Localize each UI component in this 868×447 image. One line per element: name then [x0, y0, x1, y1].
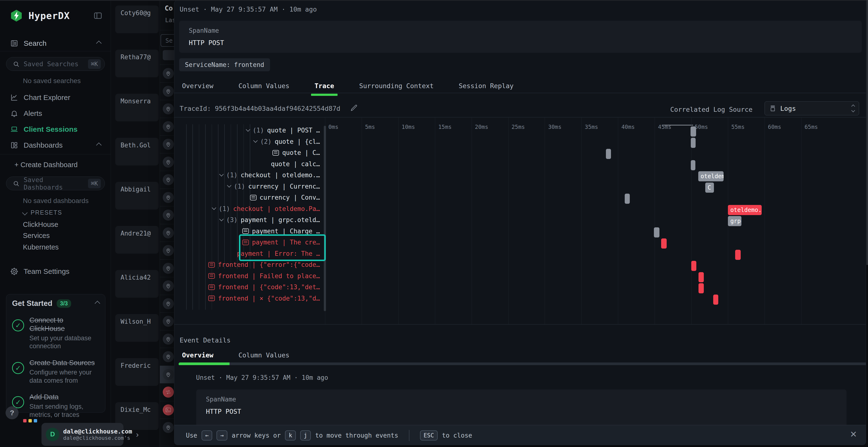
location-event-row[interactable]	[160, 153, 174, 171]
session-card[interactable]: Alicia42	[115, 270, 159, 298]
span-tree-row[interactable]: (3)payment | grpc.oteld…	[174, 214, 324, 226]
chevron-down-icon[interactable]	[219, 217, 224, 221]
span-tree-row[interactable]: quote | calc…	[174, 159, 324, 170]
span-tree-row[interactable]: (1)checkout | oteldemo.Pa…	[174, 203, 324, 215]
page-scrollbar[interactable]	[867, 0, 868, 265]
span-tree-row[interactable]: currency | Conv…	[174, 192, 324, 203]
sidebar-item-search[interactable]: Search	[0, 36, 111, 50]
sidebar-item-alerts[interactable]: Alerts	[0, 106, 111, 121]
preset-kubernetes[interactable]: Kubernetes	[23, 243, 59, 251]
span-tree-row[interactable]: frontend | × {"code":13,"d…	[174, 293, 324, 304]
chevron-down-icon[interactable]	[219, 172, 224, 176]
create-dashboard-button[interactable]: + Create Dashboard	[14, 161, 78, 169]
presets-header[interactable]: PRESETS	[23, 209, 62, 216]
location-event-row[interactable]	[160, 65, 174, 82]
span-tree-row[interactable]: frontend | {"code":13,"det…	[174, 281, 324, 293]
location-event-row[interactable]	[160, 206, 174, 224]
session-card[interactable]: Abbigail	[115, 182, 159, 209]
edit-pencil-icon[interactable]	[350, 104, 358, 113]
selected-events-highlight	[239, 234, 326, 261]
sidebar-item-chart-explorer[interactable]: Chart Explorer	[0, 91, 111, 105]
location-event-row[interactable]	[160, 295, 174, 313]
span-bar[interactable]	[691, 160, 695, 170]
user-account-chip[interactable]: D dale@clickhouse.com dale@clickhouse.co…	[41, 423, 123, 446]
span-tree-row[interactable]: (2)quote | {cl…	[174, 136, 324, 147]
location-event-row[interactable]	[160, 224, 174, 242]
session-card[interactable]: Monserra	[115, 94, 159, 122]
span-bar-error[interactable]	[735, 250, 741, 260]
get-started-step[interactable]: ✓ Add Data Start sending logs, metrics, …	[12, 393, 99, 419]
session-card[interactable]: Coty60@g	[115, 5, 159, 33]
location-event-row[interactable]	[160, 135, 174, 153]
location-event-row[interactable]	[160, 100, 174, 118]
span-tree-row[interactable]: (1)checkout | oteldemo.…	[174, 170, 324, 181]
location-event-row[interactable]	[160, 260, 174, 277]
session-card[interactable]: Beth.Gol	[115, 138, 159, 166]
chevron-down-icon[interactable]	[253, 138, 257, 143]
sidebar-item-dashboards[interactable]: Dashboards	[0, 138, 111, 152]
sidebar-item-team-settings[interactable]: Team Settings	[0, 265, 111, 278]
span-bar-error[interactable]: oteldemo.	[728, 205, 762, 215]
span-bar[interactable]	[625, 194, 630, 204]
span-bar[interactable]	[690, 127, 696, 137]
saved-searches-input[interactable]: Saved Searches ⌘K	[6, 57, 105, 71]
span-tree-row[interactable]: (1)quote | POST …	[174, 125, 324, 136]
session-card[interactable]: Wilson_H	[115, 314, 159, 342]
location-event-row[interactable]	[160, 171, 174, 188]
location-event-row[interactable]	[160, 277, 174, 295]
location-event-row[interactable]	[160, 348, 174, 366]
chevron-down-icon[interactable]	[227, 183, 231, 187]
span-bar[interactable]: C	[705, 182, 714, 193]
avatar: D	[46, 428, 59, 441]
get-started-step[interactable]: ✓ Connect to ClickHouse Set up your data…	[12, 316, 99, 350]
span-bar[interactable]	[606, 149, 611, 159]
chevron-down-icon[interactable]	[246, 127, 250, 132]
session-card[interactable]: Andre21@	[115, 226, 159, 253]
close-icon[interactable]: ×	[850, 428, 857, 440]
session-card[interactable]: Retha77@	[115, 49, 159, 77]
arrow-left-key: ←	[202, 431, 212, 441]
service-name-chip[interactable]: ServiceName: frontend	[179, 58, 270, 71]
span-bar-error[interactable]	[713, 295, 718, 305]
chevron-up-icon[interactable]	[95, 301, 100, 306]
span-tree-row[interactable]: (1)currency | Currenc…	[174, 181, 324, 192]
terminal-event-row[interactable]	[160, 401, 174, 419]
log-source-select[interactable]: Logs	[765, 101, 859, 115]
location-event-row[interactable]	[160, 312, 174, 330]
span-tree-row[interactable]: frontend | Failed to place…	[174, 271, 324, 282]
tree-scrollbar[interactable]	[324, 126, 326, 311]
span-tree-row[interactable]: quote | C…	[174, 147, 324, 159]
chevron-up-icon[interactable]	[96, 41, 102, 46]
span-bar[interactable]: oteldemo.	[698, 171, 723, 181]
chevron-down-icon[interactable]	[212, 206, 216, 210]
sidebar-item-client-sessions[interactable]: Client Sessions	[0, 122, 111, 136]
session-search-input[interactable]: Se	[161, 34, 174, 47]
timeline-tick-label: 30ms	[548, 124, 561, 130]
swap-event-row[interactable]	[160, 383, 174, 401]
help-button[interactable]: ?	[5, 406, 19, 419]
location-event-row[interactable]	[160, 366, 174, 383]
chevron-up-icon[interactable]	[96, 143, 102, 148]
location-event-row[interactable]	[160, 419, 174, 437]
session-filter-button[interactable]	[163, 50, 174, 60]
span-bar-error[interactable]	[699, 283, 704, 294]
span-bar[interactable]: grpc.	[728, 216, 741, 226]
span-bar[interactable]	[691, 138, 695, 148]
timeline-tick-label: 35ms	[585, 124, 598, 130]
preset-services[interactable]: Services	[23, 232, 50, 240]
span-name-label: SpanName	[189, 27, 219, 34]
location-event-row[interactable]	[160, 330, 174, 348]
location-event-row[interactable]	[160, 118, 174, 136]
span-bar-error[interactable]	[691, 261, 696, 271]
span-bar-error[interactable]	[699, 272, 704, 282]
session-card[interactable]: Frederic	[115, 358, 159, 386]
get-started-step[interactable]: ✓ Create Data Sources Configure where yo…	[12, 358, 99, 385]
location-event-row[interactable]	[160, 188, 174, 206]
span-bar-error[interactable]	[661, 238, 667, 248]
span-bar[interactable]	[654, 227, 659, 238]
sidebar-collapse-icon[interactable]	[92, 11, 103, 21]
preset-clickhouse[interactable]: ClickHouse	[23, 220, 58, 229]
location-event-row[interactable]	[160, 242, 174, 260]
saved-dashboards-input[interactable]: Saved Dashboards ⌘K	[6, 176, 105, 190]
location-event-row[interactable]	[160, 82, 174, 100]
